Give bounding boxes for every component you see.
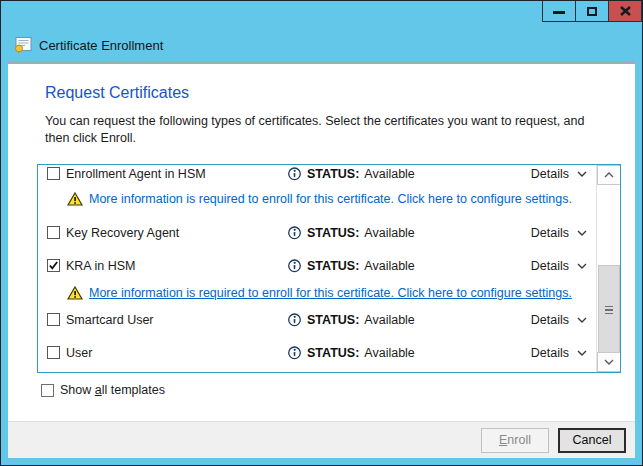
status-value: Available [364,226,415,240]
chevron-down-icon [577,230,587,236]
details-expander[interactable]: Details [531,167,587,181]
certificate-icon [14,37,32,54]
close-icon [620,6,631,16]
info-icon [287,225,302,240]
warning-icon [67,192,83,206]
maximize-button[interactable] [575,1,609,22]
cancel-button[interactable]: Cancel [558,428,626,453]
template-name: KRA in HSM [66,259,135,273]
window-controls [543,1,642,22]
enroll-button[interactable]: Enroll [481,428,549,453]
details-label: Details [531,313,569,327]
details-expander[interactable]: Details [531,226,587,240]
status-value: Available [364,167,415,181]
minimize-icon [553,11,565,14]
certificate-template-list: Enrollment Agent in HSM STATUS: Availabl… [37,164,621,373]
chevron-down-icon [604,359,614,365]
scrollbar-thumb[interactable] [598,265,620,354]
status-group: STATUS: Available [287,345,415,360]
details-label: Details [531,167,569,181]
template-row-user: User STATUS: Available Details [39,345,597,361]
details-label: Details [531,226,569,240]
chevron-down-icon [577,171,587,177]
window-title: Certificate Enrollment [39,38,163,53]
certificate-checkbox[interactable] [47,259,60,272]
template-row-key-recovery-agent: Key Recovery Agent STATUS: Available Det… [39,225,597,241]
chevron-down-icon [577,263,587,269]
vertical-scrollbar[interactable] [596,165,620,372]
titlebar-shadow [8,61,635,64]
chevron-up-icon [604,172,614,178]
status-value: Available [364,259,415,273]
dialog-footer: Enroll Cancel [8,421,635,458]
scroll-down-button[interactable] [597,352,621,372]
details-expander[interactable]: Details [531,313,587,327]
page-description: You can request the following types of c… [45,113,602,147]
titlebar[interactable]: Certificate Enrollment [1,1,642,61]
dialog-body: Request Certificates You can request the… [8,61,635,458]
template-name: Enrollment Agent in HSM [66,167,206,181]
page-title: Request Certificates [45,84,189,102]
info-icon [287,258,302,273]
certificate-checkbox[interactable] [47,346,60,359]
template-name: Key Recovery Agent [66,226,179,240]
status-label: STATUS: [307,259,359,273]
certificate-checkbox[interactable] [47,313,60,326]
template-row-enrollment-agent-in-hsm: Enrollment Agent in HSM STATUS: Availabl… [39,166,597,182]
certificate-enrollment-window: Certificate Enrollment Request Certifica… [0,0,643,466]
show-all-templates-checkbox[interactable] [41,384,54,397]
status-value: Available [364,346,415,360]
status-label: STATUS: [307,313,359,327]
show-all-templates-label[interactable]: Show all templates [60,383,165,397]
status-group: STATUS: Available [287,258,415,273]
info-icon [287,166,302,181]
chevron-down-icon [577,317,587,323]
status-label: STATUS: [307,167,359,181]
status-group: STATUS: Available [287,225,415,240]
status-group: STATUS: Available [287,312,415,327]
template-row-smartcard-user: Smartcard User STATUS: Available Details [39,312,597,328]
status-group: STATUS: Available [287,166,415,181]
chevron-down-icon [577,350,587,356]
details-expander[interactable]: Details [531,259,587,273]
status-label: STATUS: [307,346,359,360]
configure-settings-link[interactable]: More information is required to enroll f… [89,192,572,206]
minimize-button[interactable] [542,1,576,22]
template-row-kra-in-hsm: KRA in HSM STATUS: Available Details [39,258,597,274]
template-name: Smartcard User [66,313,154,327]
details-expander[interactable]: Details [531,346,587,360]
scroll-up-button[interactable] [597,165,621,185]
maximize-icon [587,7,597,16]
warning-icon [67,286,83,300]
close-button[interactable] [608,1,642,22]
scrollbar-grip-icon [605,306,613,314]
status-value: Available [364,313,415,327]
info-icon [287,345,302,360]
template-name: User [66,346,92,360]
certificate-checkbox[interactable] [47,226,60,239]
status-label: STATUS: [307,226,359,240]
info-icon [287,312,302,327]
certificate-checkbox[interactable] [47,167,60,180]
details-label: Details [531,346,569,360]
show-all-templates: Show all templates [41,383,165,397]
details-label: Details [531,259,569,273]
configure-settings-link[interactable]: More information is required to enroll f… [89,286,572,300]
